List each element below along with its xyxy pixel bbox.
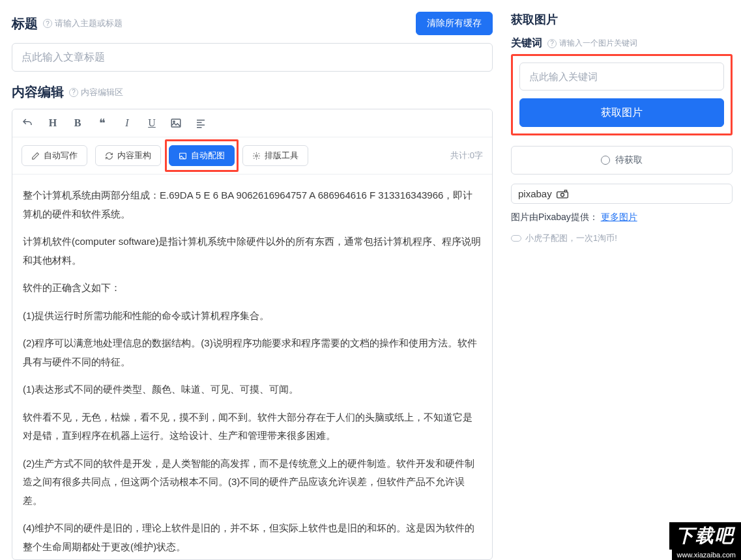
more-images-link[interactable]: 更多图片 (601, 212, 637, 222)
char-count: 共计:0字 (450, 150, 483, 161)
clear-cache-button[interactable]: 清除所有缓存 (416, 12, 493, 35)
auto-image-button[interactable]: 自动配图 (169, 145, 235, 166)
keyword-box: 获取图片 (511, 54, 733, 135)
editor-hint: ? 内容编辑区 (69, 87, 123, 98)
underline-icon[interactable]: U (145, 117, 158, 129)
article-title-input[interactable] (12, 43, 493, 72)
editor: H B ❝ I U 自动写作 内容重构 (12, 109, 493, 560)
help-icon: ? (43, 19, 52, 28)
keyword-input[interactable] (519, 63, 724, 91)
quote-icon[interactable]: ❝ (96, 116, 109, 130)
format-toolbar: H B ❝ I U (12, 109, 492, 137)
paragraph: 整个计算机系统由两部分组成：E.69DA 5 E 6 BA 9062616964… (23, 186, 482, 223)
watermark: 下载吧 www.xiazaiba.com (669, 522, 741, 560)
italic-icon[interactable]: I (121, 117, 134, 129)
get-image-title: 获取图片 (511, 12, 733, 27)
paragraph: (2)生产方式不同的软件是开发，是人类智能的高发挥，而不是传统意义上的硬件制造。… (23, 455, 482, 511)
cost-tip: 小虎子配图，一次1淘币! (511, 232, 733, 244)
paragraph: (1)表达形式不同的硬件类型、颜色、味道、可见、可摸、可闻。 (23, 380, 482, 399)
paragraph: (4)维护不同的硬件是旧的，理论上软件是旧的，并不坏，但实际上软件也是旧的和坏的… (23, 519, 482, 556)
paragraph: (1)提供运行时所需功能和性能的命令或计算机程序集合。 (23, 307, 482, 326)
paragraph: 软件看不见，无色，枯燥，看不见，摸不到，闻不到。软件大部分存在于人们的头脑或纸上… (23, 408, 482, 445)
heading-icon[interactable]: H (46, 117, 59, 129)
help-icon: ? (547, 39, 557, 48)
editor-section-header: 内容编辑 ? 内容编辑区 (12, 83, 493, 101)
undo-icon[interactable] (22, 117, 35, 129)
layout-tool-button[interactable]: 排版工具 (242, 145, 308, 166)
cloud-icon (511, 235, 521, 242)
svg-rect-6 (180, 153, 186, 159)
camera-icon (556, 189, 569, 199)
keyword-header: 关键词 ? 请输入一个图片关键词 (511, 36, 733, 50)
svg-rect-8 (557, 191, 568, 197)
pending-status[interactable]: 待获取 (511, 146, 733, 175)
paragraph: 计算机软件(computer software)是指计算机系统中除硬件以外的所有… (23, 232, 482, 270)
bold-icon[interactable]: B (71, 117, 84, 129)
get-image-button[interactable]: 获取图片 (519, 98, 724, 127)
title-hint: ? 请输入主题或标题 (43, 18, 123, 29)
align-left-icon[interactable] (195, 117, 208, 129)
title-section-header: 标题 ? 请输入主题或标题 清除所有缓存 (12, 12, 493, 35)
restructure-button[interactable]: 内容重构 (95, 145, 161, 166)
svg-point-1 (173, 121, 175, 122)
help-icon: ? (69, 88, 78, 97)
pixabay-badge: pixabay (511, 184, 733, 204)
editor-section-label: 内容编辑 (12, 83, 64, 101)
paragraph: (2)程序可以满意地处理信息的数据结构。(3)说明程序功能要求和程序需要的文档的… (23, 334, 482, 371)
title-label: 标题 (12, 15, 38, 33)
svg-point-9 (560, 193, 564, 196)
image-icon[interactable] (170, 117, 183, 129)
circle-icon (601, 156, 610, 165)
keyword-label: 关键词 (511, 36, 542, 50)
auto-write-button[interactable]: 自动写作 (22, 145, 87, 166)
editor-body[interactable]: 整个计算机系统由两部分组成：E.69DA 5 E 6 BA 9062616964… (12, 175, 492, 559)
image-credit: 图片由Pixabay提供： 更多图片 (511, 212, 733, 223)
keyword-hint: ? 请输入一个图片关键词 (547, 38, 637, 49)
paragraph: 软件的正确含义如下： (23, 279, 482, 298)
svg-point-7 (255, 154, 257, 156)
svg-rect-10 (564, 190, 566, 192)
action-toolbar: 自动写作 内容重构 自动配图 排版工具 共计:0字 (12, 137, 492, 175)
